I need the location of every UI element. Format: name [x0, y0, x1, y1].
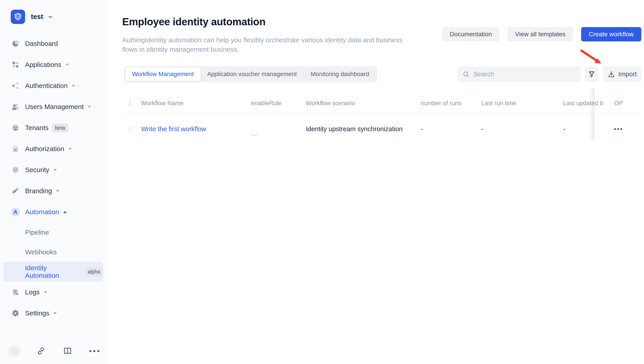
last-updated-time-value: -	[563, 125, 604, 133]
chevron-down-icon	[56, 190, 60, 192]
share-nodes-icon	[11, 82, 20, 90]
column-header-workflow-name: Workflow Name	[141, 100, 251, 107]
sidebar-item-tenants[interactable]: Tenants beta	[0, 117, 108, 138]
sidebar-item-settings[interactable]: Settings	[0, 303, 108, 324]
sidebar-item-label: Automation	[25, 208, 59, 216]
page-description: AuthingIdentity automation can help you …	[122, 35, 408, 54]
table-header-row: Workflow Name enableRule Workflow scenar…	[122, 94, 641, 113]
dashboard-pie-icon	[11, 39, 20, 48]
workspace-name: test	[31, 13, 43, 21]
workspace-logo	[11, 10, 25, 24]
tab-monitoring-dashboard[interactable]: Monitoring dashboard	[304, 67, 376, 81]
workflow-table: Workflow Name enableRule Workflow scenar…	[122, 94, 641, 145]
chevron-down-icon	[53, 312, 57, 314]
users-icon	[11, 103, 20, 111]
robot-icon	[10, 346, 19, 355]
sidebar-item-logs[interactable]: Logs	[0, 282, 108, 303]
tab-workflow-management[interactable]: Workflow Management	[125, 67, 200, 81]
number-of-runs-value: -	[421, 125, 481, 133]
book-icon	[63, 346, 72, 356]
column-header-enable-rule: enableRule	[251, 100, 306, 107]
sidebar-subitem-pipeline[interactable]: Pipeline	[0, 222, 108, 242]
sidebar-item-label: Logs	[25, 288, 40, 296]
toggle-knob	[252, 129, 258, 135]
page-title: Employee identity automation	[122, 16, 266, 28]
column-header-last-updated-time: Last updated time	[563, 100, 604, 107]
search-icon	[462, 71, 470, 78]
sidebar-item-label: Users Management	[25, 103, 84, 111]
sidebar-item-authentication[interactable]: Authentication	[0, 75, 108, 96]
logs-document-icon	[11, 288, 20, 296]
row-actions-ellipsis-button[interactable]	[614, 125, 641, 133]
sidebar-item-applications[interactable]: Applications	[0, 54, 108, 75]
chevron-down-icon	[65, 64, 69, 66]
sidebar-item-authorization[interactable]: Authorization	[0, 138, 108, 159]
create-workflow-button[interactable]: Create workflow	[581, 27, 641, 42]
chevron-down-icon	[44, 291, 47, 293]
shield-check-icon	[11, 166, 20, 174]
main-content: Employee identity automation AuthingIden…	[109, 0, 644, 364]
copy-link-button[interactable]	[35, 345, 47, 357]
tenants-icon	[11, 124, 20, 132]
chevron-down-icon	[53, 169, 57, 171]
import-button[interactable]: Import	[603, 67, 641, 82]
sidebar-item-label: Pipeline	[25, 229, 49, 236]
sidebar-item-users-management[interactable]: Users Management	[0, 96, 108, 117]
lock-icon	[11, 145, 20, 153]
sidebar-item-label: Webhooks	[25, 248, 56, 256]
sidebar-item-label: Tenants	[25, 124, 48, 132]
sidebar-item-branding[interactable]: Branding	[0, 180, 108, 201]
column-header-workflow-scenario: Workflow scenario	[306, 100, 421, 107]
sidebar-subitem-identity-automation[interactable]: Identity Automation alpha	[3, 262, 103, 282]
sidebar-item-label: Branding	[25, 187, 52, 195]
chevron-down-icon	[72, 85, 75, 87]
last-run-time-value: -	[481, 125, 563, 133]
search-input[interactable]	[474, 71, 570, 78]
column-header-op: OP	[604, 100, 641, 107]
table-row: Write the first workflow Identity upstre…	[122, 113, 641, 145]
sidebar-footer	[0, 345, 108, 357]
beta-badge: beta	[52, 124, 68, 132]
sidebar: test Dashboard Applications Authenticati…	[0, 0, 109, 364]
sidebar-item-automation[interactable]: A Automation	[0, 201, 108, 222]
alpha-badge: alpha	[85, 267, 103, 276]
gear-icon	[11, 309, 20, 317]
header-actions: Documentation View all templates Create …	[442, 27, 641, 42]
filter-funnel-icon	[588, 70, 596, 78]
column-header-last-run-time: Last run time	[481, 100, 563, 107]
more-menu-button[interactable]	[88, 345, 100, 357]
import-label: Import	[618, 71, 636, 78]
workflow-scenario-value: Identity upstream synchronization	[306, 125, 421, 133]
paintbrush-icon	[11, 187, 20, 195]
sidebar-item-label: Authorization	[25, 145, 64, 153]
sidebar-subitem-webhooks[interactable]: Webhooks	[0, 242, 108, 262]
column-header-number-of-runs: number of runs	[421, 100, 481, 107]
more-ellipsis-icon	[89, 350, 99, 352]
sidebar-nav: Dashboard Applications Authentication Us…	[0, 33, 108, 324]
chevron-down-icon	[47, 14, 54, 20]
documentation-button[interactable]: Documentation	[442, 27, 500, 42]
workspace-switcher[interactable]: test	[0, 0, 108, 24]
sidebar-item-label: Dashboard	[25, 40, 58, 48]
row-checkbox[interactable]	[129, 127, 130, 131]
sidebar-item-security[interactable]: Security	[0, 159, 108, 180]
search-box	[458, 67, 581, 82]
tab-application-voucher-management[interactable]: Application voucher management	[200, 67, 304, 81]
sidebar-item-dashboard[interactable]: Dashboard	[0, 33, 108, 54]
filter-button[interactable]	[585, 67, 598, 82]
link-icon	[36, 346, 46, 356]
automation-a-icon: A	[11, 208, 20, 216]
robot-assistant-button[interactable]	[8, 345, 20, 357]
view-all-templates-button[interactable]: View all templates	[508, 27, 573, 42]
import-download-icon	[608, 71, 615, 78]
chevron-down-icon	[88, 106, 91, 108]
tab-bar: Workflow Management Application voucher …	[124, 66, 377, 82]
select-all-checkbox[interactable]	[129, 100, 130, 107]
shield-icon	[14, 12, 22, 21]
documentation-book-button[interactable]	[61, 345, 74, 357]
sidebar-item-label: Authentication	[25, 82, 68, 90]
chevron-up-icon	[63, 211, 67, 213]
sidebar-item-label: Identity Automation	[25, 264, 81, 279]
workflow-name-link[interactable]: Write the first workflow	[141, 125, 206, 133]
applications-grid-icon	[11, 61, 20, 69]
